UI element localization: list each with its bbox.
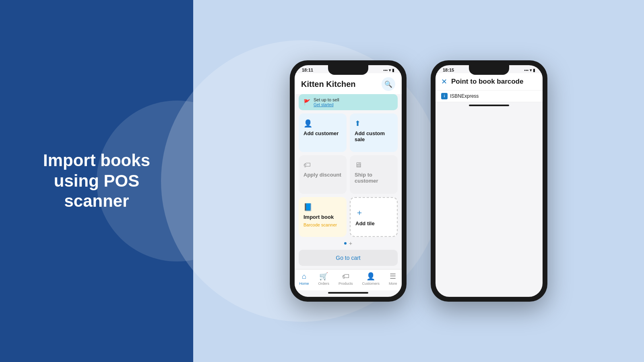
- products-icon: 🏷: [342, 272, 349, 281]
- signal-icon-2: ▪▪▪: [524, 68, 528, 72]
- import-book-label: Import book: [303, 214, 342, 220]
- scanner-header: ✕ Point to book barcode: [436, 73, 543, 90]
- phone-2-time: 18:15: [443, 68, 454, 72]
- wifi-icon-2: ▾: [530, 68, 532, 72]
- customers-icon: 👤: [366, 272, 375, 281]
- phone-1-screen: 18:11 ▪▪▪ ▾ ▮ Kitten Kitchen 🔍 🚩 Set: [295, 65, 402, 297]
- import-book-icon: 📘: [303, 203, 342, 212]
- get-started-link[interactable]: Get started: [314, 103, 333, 107]
- phone-1-time: 18:11: [302, 68, 313, 72]
- barcode-title: Point to book barcode: [451, 78, 523, 86]
- tile-import-book[interactable]: 📘 Import book Barcode scanner: [299, 197, 347, 237]
- battery-icon-2: ▮: [533, 68, 535, 72]
- nav-products-label: Products: [339, 282, 353, 286]
- phone-1: 18:11 ▪▪▪ ▾ ▮ Kitten Kitchen 🔍 🚩 Set: [290, 60, 407, 302]
- tile-add-tile[interactable]: ＋ Add tile: [350, 197, 398, 237]
- signal-icon: ▪▪▪: [383, 68, 388, 72]
- plus-icon: ＋: [355, 207, 363, 218]
- isbn-source-row: i ISBNExpress: [436, 90, 543, 102]
- isbn-source-label: ISBNExpress: [450, 93, 479, 99]
- nav-products[interactable]: 🏷 Products: [339, 272, 353, 286]
- add-customer-label: Add customer: [303, 130, 342, 136]
- hero-line2: using POS: [54, 171, 139, 190]
- nav-customers-label: Customers: [362, 282, 380, 286]
- setup-label: Set up to sell: [314, 97, 339, 102]
- nav-more[interactable]: ☰ More: [389, 272, 397, 286]
- phone-1-header: Kitten Kitchen 🔍: [295, 73, 402, 94]
- tile-add-customer[interactable]: 👤 Add customer: [299, 113, 347, 152]
- wifi-icon: ▾: [389, 68, 391, 72]
- phone-2-screen: 18:15 ▪▪▪ ▾ ▮ ✕ Point to book barcode i …: [436, 65, 543, 297]
- flag-icon: 🚩: [303, 99, 310, 105]
- more-icon: ☰: [390, 272, 396, 281]
- orders-icon: 🛒: [319, 272, 328, 281]
- nav-orders-label: Orders: [318, 282, 329, 286]
- import-book-sublabel: Barcode scanner: [303, 222, 342, 227]
- setup-banner[interactable]: 🚩 Set up to sell Get started: [299, 94, 398, 110]
- dot-plus: +: [349, 240, 352, 247]
- home-indicator: [328, 292, 368, 294]
- phone-1-notch: [328, 65, 368, 75]
- hero-text: Import books using POS scanner: [27, 134, 166, 227]
- nav-home[interactable]: ⌂ Home: [299, 272, 309, 286]
- tile-apply-discount[interactable]: 🏷 Apply discount: [299, 155, 347, 193]
- left-panel: Import books using POS scanner: [0, 0, 193, 362]
- home-indicator-2: [469, 105, 509, 106]
- person-icon: 👤: [303, 119, 342, 128]
- tile-add-custom-sale[interactable]: ⬆ Add custom sale: [350, 113, 398, 152]
- phone-2-notch: [469, 65, 509, 75]
- dot-active: [344, 242, 347, 245]
- go-to-cart-button[interactable]: Go to cart: [299, 250, 398, 266]
- discount-icon: 🏷: [303, 161, 342, 169]
- nav-customers[interactable]: 👤 Customers: [362, 272, 380, 286]
- nav-orders[interactable]: 🛒 Orders: [318, 272, 329, 286]
- hero-line1: Import books: [43, 151, 150, 170]
- hero-line3: scanner: [64, 191, 129, 210]
- phone-2: 18:15 ▪▪▪ ▾ ▮ ✕ Point to book barcode i …: [431, 60, 547, 302]
- tile-ship-to-customer[interactable]: 🖥 Ship to customer: [350, 155, 398, 193]
- home-icon: ⌂: [302, 272, 306, 281]
- add-custom-sale-label: Add custom sale: [355, 130, 393, 142]
- nav-home-label: Home: [299, 282, 309, 286]
- shop-title: Kitten Kitchen: [301, 80, 356, 89]
- setup-text: Set up to sell Get started: [314, 97, 339, 107]
- nav-more-label: More: [389, 282, 397, 286]
- tiles-grid: 👤 Add customer ⬆ Add custom sale 🏷 Apply…: [295, 113, 402, 237]
- go-to-cart-label: Go to cart: [336, 255, 360, 261]
- ship-icon: 🖥: [355, 161, 393, 169]
- upload-icon: ⬆: [355, 119, 393, 128]
- close-button[interactable]: ✕: [441, 77, 447, 86]
- battery-icon: ▮: [392, 68, 394, 72]
- bottom-nav: ⌂ Home 🛒 Orders 🏷 Products 👤 Customers: [295, 269, 402, 290]
- add-tile-label: Add tile: [355, 220, 375, 226]
- ship-to-customer-label: Ship to customer: [355, 172, 393, 184]
- search-button[interactable]: 🔍: [382, 77, 395, 91]
- phone-1-status-icons: ▪▪▪ ▾ ▮: [383, 68, 394, 72]
- phone-2-status-icons: ▪▪▪ ▾ ▮: [524, 68, 535, 72]
- apply-discount-label: Apply discount: [303, 172, 342, 178]
- page-dots: +: [295, 237, 402, 250]
- phone-1-content: Kitten Kitchen 🔍 🚩 Set up to sell Get st…: [295, 73, 402, 294]
- isbn-express-icon: i: [441, 93, 448, 99]
- right-panel: 18:11 ▪▪▪ ▾ ▮ Kitten Kitchen 🔍 🚩 Set: [193, 0, 644, 362]
